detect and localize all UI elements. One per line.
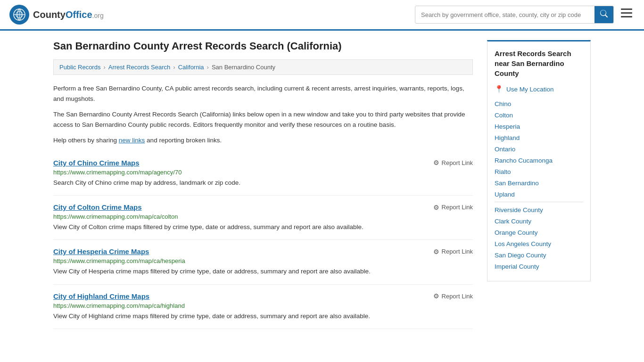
svg-rect-5: [621, 8, 632, 10]
logo-text: CountyOffice.org: [33, 9, 104, 20]
report-icon-0: ⚙: [433, 159, 439, 166]
new-links[interactable]: new links: [119, 137, 145, 144]
svg-rect-7: [621, 16, 632, 17]
result-url-1[interactable]: https://www.crimemapping.com/map/ca/colt…: [53, 213, 473, 220]
sidebar-city-item: Ontario: [495, 145, 583, 153]
sidebar-city-link-4[interactable]: Ontario: [495, 146, 515, 153]
breadcrumb-public-records[interactable]: Public Records: [59, 64, 100, 71]
sidebar-city-item: San Bernardino: [495, 179, 583, 187]
results-container: City of Chino Crime Maps ⚙ Report Link h…: [53, 151, 473, 329]
sidebar-city-item: Chino: [495, 100, 583, 107]
report-icon-3: ⚙: [433, 292, 439, 300]
sidebar-county-item: Imperial County: [495, 263, 583, 270]
report-link-2[interactable]: ⚙ Report Link: [433, 248, 473, 255]
content-area: San Bernardino County Arrest Records Sea…: [53, 40, 473, 329]
use-location-button[interactable]: 📍 Use My Location: [495, 85, 554, 93]
report-label-3: Report Link: [442, 293, 473, 300]
description-para2: The San Bernardino County Arrest Records…: [53, 109, 473, 130]
report-label-2: Report Link: [442, 248, 473, 255]
breadcrumb-sep-3: ›: [207, 64, 209, 71]
sidebar-city-item: Highland: [495, 134, 583, 141]
report-link-3[interactable]: ⚙ Report Link: [433, 292, 473, 300]
sidebar-county-item: San Diego County: [495, 251, 583, 259]
sidebar-county-link-2[interactable]: Orange County: [495, 229, 538, 236]
sidebar-city-link-0[interactable]: Chino: [495, 100, 511, 107]
sidebar-county-link-1[interactable]: Clark County: [495, 218, 531, 225]
sidebar-city-link-3[interactable]: Highland: [495, 134, 520, 141]
result-title-3[interactable]: City of Highland Crime Maps: [53, 292, 149, 300]
sidebar-divider: [495, 202, 583, 202]
result-card-3: City of Highland Crime Maps ⚙ Report Lin…: [53, 285, 473, 329]
breadcrumb: Public Records › Arrest Records Search ›…: [53, 59, 473, 75]
description-para1: Perform a free San Bernardino County, CA…: [53, 83, 473, 104]
sidebar-box: Arrest Records Search near San Bernardin…: [487, 40, 591, 281]
report-link-0[interactable]: ⚙ Report Link: [433, 159, 473, 166]
result-card-2: City of Hesperia Crime Maps ⚙ Report Lin…: [53, 240, 473, 284]
sidebar-title: Arrest Records Search near San Bernardin…: [495, 49, 583, 78]
breadcrumb-sep-2: ›: [173, 64, 175, 71]
result-desc-0: Search City of Chino crime map by addres…: [53, 178, 473, 188]
sidebar-county-link-0[interactable]: Riverside County: [495, 206, 543, 214]
sidebar-county-link-3[interactable]: Los Angeles County: [495, 240, 551, 247]
result-header-3: City of Highland Crime Maps ⚙ Report Lin…: [53, 292, 473, 300]
sidebar-city-item: Rancho Cucamonga: [495, 156, 583, 164]
logo-area: CountyOffice.org: [9, 5, 104, 25]
main-container: San Bernardino County Arrest Records Sea…: [39, 31, 605, 338]
result-card-1: City of Colton Crime Maps ⚙ Report Link …: [53, 196, 473, 240]
result-url-3[interactable]: https://www.crimemapping.com/map/ca/high…: [53, 302, 473, 309]
result-title-0[interactable]: City of Chino Crime Maps: [53, 159, 140, 167]
sidebar-city-link-8[interactable]: Upland: [495, 191, 515, 198]
sidebar-county-item: Clark County: [495, 217, 583, 225]
sidebar-city-link-6[interactable]: Rialto: [495, 168, 511, 175]
location-pin-icon: 📍: [495, 85, 504, 93]
result-title-1[interactable]: City of Colton Crime Maps: [53, 203, 142, 211]
sidebar-city-item: Upland: [495, 190, 583, 198]
sidebar-counties: Riverside CountyClark CountyOrange Count…: [495, 206, 583, 270]
report-link-1[interactable]: ⚙ Report Link: [433, 204, 473, 211]
sidebar-city-link-7[interactable]: San Bernardino: [495, 180, 539, 187]
report-label-0: Report Link: [442, 159, 473, 166]
result-header-2: City of Hesperia Crime Maps ⚙ Report Lin…: [53, 247, 473, 255]
report-icon-1: ⚙: [433, 204, 439, 211]
result-desc-2: View City of Hesperia crime maps filtere…: [53, 267, 473, 276]
result-card-0: City of Chino Crime Maps ⚙ Report Link h…: [53, 151, 473, 196]
result-title-2[interactable]: City of Hesperia Crime Maps: [53, 247, 149, 255]
use-location-label: Use My Location: [506, 86, 554, 93]
sidebar-county-link-5[interactable]: Imperial County: [495, 263, 539, 270]
header: CountyOffice.org: [0, 0, 644, 31]
logo-icon: [9, 5, 29, 25]
result-header-0: City of Chino Crime Maps ⚙ Report Link: [53, 159, 473, 167]
result-url-0[interactable]: https://www.crimemapping.com/map/agency/…: [53, 169, 473, 176]
breadcrumb-sep-1: ›: [103, 64, 105, 71]
search-bar: [415, 6, 614, 24]
result-desc-3: View City of Highland crime maps filtere…: [53, 312, 473, 321]
page-title: San Bernardino County Arrest Records Sea…: [53, 40, 473, 52]
sidebar-city-link-1[interactable]: Colton: [495, 112, 513, 119]
sidebar-county-item: Orange County: [495, 229, 583, 236]
search-button[interactable]: [594, 6, 613, 23]
sidebar-city-item: Hesperia: [495, 123, 583, 130]
sidebar-cities: ChinoColtonHesperiaHighlandOntarioRancho…: [495, 100, 583, 198]
report-icon-2: ⚙: [433, 248, 439, 255]
description-para3: Help others by sharing new links and rep…: [53, 135, 473, 146]
search-input[interactable]: [415, 8, 594, 22]
breadcrumb-current: San Bernardino County: [212, 64, 275, 71]
breadcrumb-california[interactable]: California: [178, 64, 204, 71]
sidebar-county-link-4[interactable]: San Diego County: [495, 252, 546, 259]
sidebar-city-link-2[interactable]: Hesperia: [495, 123, 520, 130]
header-right: [415, 6, 635, 24]
sidebar-county-item: Los Angeles County: [495, 240, 583, 247]
menu-button[interactable]: [619, 6, 635, 23]
sidebar-city-item: Colton: [495, 111, 583, 119]
result-desc-1: View City of Colton crime maps filtered …: [53, 222, 473, 232]
svg-rect-6: [621, 12, 632, 14]
result-url-2[interactable]: https://www.crimemapping.com/map/ca/hesp…: [53, 257, 473, 264]
sidebar-city-item: Rialto: [495, 168, 583, 175]
report-label-1: Report Link: [442, 204, 473, 211]
sidebar: Arrest Records Search near San Bernardin…: [487, 40, 591, 329]
result-header-1: City of Colton Crime Maps ⚙ Report Link: [53, 203, 473, 211]
sidebar-city-link-5[interactable]: Rancho Cucamonga: [495, 157, 553, 164]
breadcrumb-arrest-records[interactable]: Arrest Records Search: [108, 64, 171, 71]
sidebar-county-item: Riverside County: [495, 206, 583, 214]
